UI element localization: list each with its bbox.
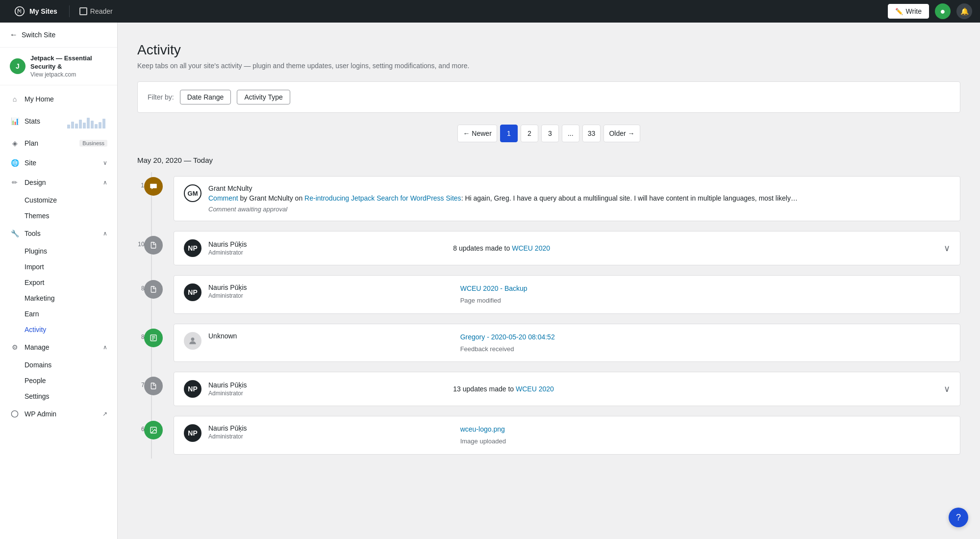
activity-body-6: Nauris Pūķis Administrator (208, 424, 453, 440)
tools-label: Tools (25, 230, 98, 237)
page-2-button[interactable]: 2 (521, 125, 538, 142)
filter-label: Filter by: (148, 93, 174, 101)
user-avatar-icon[interactable]: ● (935, 3, 951, 19)
page-1-button[interactable]: 1 (500, 125, 518, 142)
settings-label: Settings (25, 392, 50, 400)
switch-site-button[interactable]: ← Switch Site (0, 23, 117, 48)
write-label: Write (906, 7, 922, 15)
activity-desc-5: 13 updates made to WCEU 2020 (453, 384, 929, 394)
stats-icon: 📊 (10, 116, 20, 126)
sidebar-item-people[interactable]: People (25, 373, 117, 388)
sidebar-item-plan[interactable]: ◈ Plan Business (0, 133, 117, 153)
stats-sparkline (65, 114, 107, 128)
activity-label: Activity (25, 326, 46, 334)
wordpress-small-icon (11, 410, 19, 418)
stats-bar-7 (91, 121, 94, 128)
activity-icon-wrap-3 (144, 280, 163, 299)
post-link-1[interactable]: Re-introducing Jetpack Search for WordPr… (304, 194, 461, 202)
sidebar-item-settings[interactable]: Settings (25, 388, 117, 404)
wceu-link-5[interactable]: WCEU 2020 (516, 385, 554, 393)
my-sites-link[interactable]: My Sites (8, 5, 63, 17)
feedback-link[interactable]: Gregory - 2020-05-20 08:04:52 (460, 333, 555, 341)
file-icon-2 (150, 241, 157, 249)
sidebar-item-themes[interactable]: Themes (25, 208, 117, 224)
update-activity-icon-3 (144, 280, 163, 299)
wp-admin-label: WP Admin (25, 410, 98, 418)
reader-label: Reader (90, 7, 113, 15)
activity-item-2: 10:48 AM NP Nauris Pūķis Administrator 8… (167, 231, 960, 269)
activity-note-6: Image uploaded (460, 436, 950, 446)
reader-link[interactable]: Reader (75, 7, 117, 15)
feedback-activity-icon (144, 329, 163, 347)
activity-body-2: Nauris Pūķis Administrator (208, 240, 446, 256)
activity-note-1: Comment awaiting approval (208, 205, 950, 213)
activity-note-4: Feedback received (460, 344, 950, 354)
site-label: Site (25, 159, 98, 167)
sidebar-item-design[interactable]: ✏ Design ∧ (0, 173, 117, 192)
sidebar-item-tools[interactable]: 🔧 Tools ∧ (0, 224, 117, 243)
svg-point-7 (152, 429, 153, 430)
timeline-line (151, 172, 152, 459)
wceu-link-2[interactable]: WCEU 2020 (512, 244, 550, 252)
notifications-icon[interactable]: 🔔 (956, 3, 972, 19)
top-navigation: My Sites Reader ✏️ Write ● 🔔 (0, 0, 980, 23)
sidebar-item-domains[interactable]: Domains (25, 357, 117, 373)
image-link[interactable]: wceu-logo.png (460, 425, 505, 433)
sidebar-item-export[interactable]: Export (25, 275, 117, 290)
activity-item-5: 7:30 AM NP Nauris Pūķis Administrator 13… (167, 372, 960, 410)
stats-bar-9 (99, 122, 101, 128)
sidebar-item-activity[interactable]: Activity (25, 322, 117, 337)
expand-button-2[interactable]: ∨ (936, 243, 950, 254)
help-button[interactable]: ? (949, 508, 968, 527)
sidebar-item-stats[interactable]: 📊 Stats (0, 109, 117, 133)
wordpress-logo-icon (14, 5, 25, 17)
themes-label: Themes (25, 212, 50, 220)
back-arrow-icon: ← (10, 30, 18, 39)
write-icon: ✏️ (895, 8, 903, 15)
stats-bar-8 (95, 124, 98, 128)
date-header: May 20, 2020 — Today (137, 156, 960, 164)
newer-label: ← Newer (463, 129, 491, 137)
comment-link[interactable]: Comment (208, 194, 238, 202)
date-range-filter-button[interactable]: Date Range (180, 90, 231, 104)
stats-bar-10 (102, 119, 105, 128)
activity-role-5: Administrator (208, 390, 446, 397)
activity-body-5: Nauris Pūķis Administrator (208, 381, 446, 397)
activity-avatar-1: GM (184, 184, 201, 202)
activity-icon-wrap-4 (144, 329, 163, 347)
page-33-button[interactable]: 33 (582, 125, 601, 142)
page-description: Keep tabs on all your site's activity — … (137, 62, 960, 70)
update-activity-icon-5 (144, 377, 163, 395)
stats-label: Stats (25, 117, 60, 125)
site-info: J Jetpack — Essential Security & View je… (0, 48, 117, 85)
plan-label: Plan (25, 139, 75, 147)
activity-desc-2: 8 updates made to WCEU 2020 (453, 243, 929, 254)
backup-link[interactable]: WCEU 2020 - Backup (460, 284, 528, 292)
sidebar-item-customize[interactable]: Customize (25, 192, 117, 208)
stats-bar-4 (79, 120, 82, 128)
older-page-button[interactable]: Older → (603, 125, 640, 142)
stats-bar-3 (75, 124, 78, 128)
activity-icon-wrap-2 (144, 236, 163, 255)
comment-activity-icon (144, 177, 163, 196)
activity-user-6: Nauris Pūķis (208, 424, 453, 432)
svg-point-5 (191, 337, 195, 341)
reader-icon (79, 7, 87, 15)
activity-card-6: NP Nauris Pūķis Administrator wceu-logo.… (174, 416, 960, 455)
sidebar-item-import[interactable]: Import (25, 259, 117, 275)
activity-desc-6: wceu-logo.png Image uploaded (460, 424, 950, 446)
activity-type-filter-button[interactable]: Activity Type (237, 90, 290, 104)
page-3-button[interactable]: 3 (541, 125, 559, 142)
marketing-label: Marketing (25, 294, 54, 302)
expand-button-5[interactable]: ∨ (936, 384, 950, 394)
sidebar-item-site[interactable]: 🌐 Site ∨ (0, 153, 117, 173)
sidebar-item-wp-admin[interactable]: WP Admin ↗ (0, 404, 117, 424)
write-button[interactable]: ✏️ Write (888, 4, 929, 19)
sidebar-item-earn[interactable]: Earn (25, 306, 117, 322)
sidebar-item-plugins[interactable]: Plugins (25, 243, 117, 259)
sidebar-item-my-home[interactable]: ⌂ My Home (0, 89, 117, 109)
sidebar-item-manage[interactable]: ⚙ Manage ∧ (0, 337, 117, 357)
newer-page-button[interactable]: ← Newer (457, 125, 497, 142)
sidebar-item-marketing[interactable]: Marketing (25, 290, 117, 306)
activity-body-1: Grant McNulty Comment by Grant McNulty o… (208, 184, 950, 213)
